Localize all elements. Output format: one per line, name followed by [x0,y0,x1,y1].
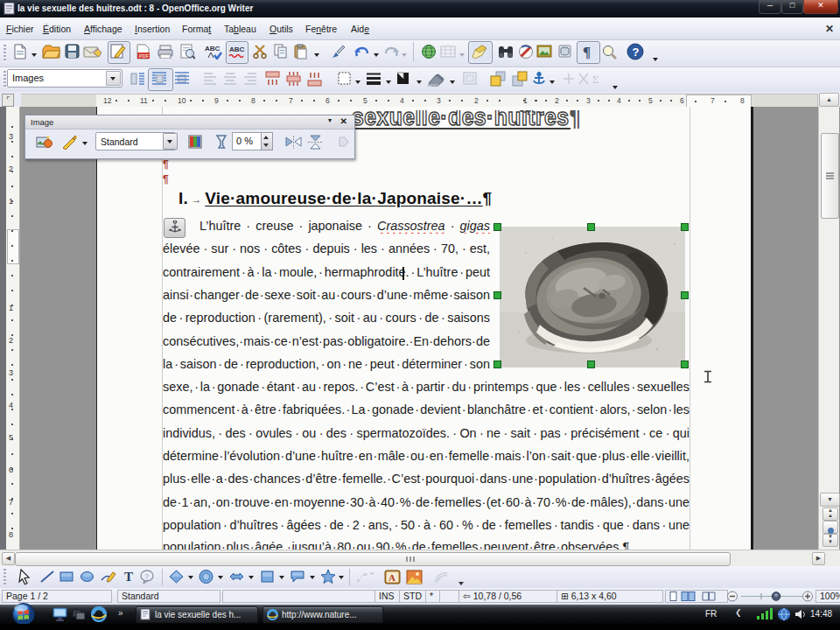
svg-text:?: ? [145,572,150,580]
svg-text:Σ: Σ [592,73,599,86]
svg-text:A: A [388,572,396,583]
svg-text:¶: ¶ [583,44,591,60]
svg-text:ABC: ABC [205,45,220,52]
svg-text:?: ? [633,46,640,59]
svg-text:PDF: PDF [139,53,150,59]
svg-text:T: T [124,570,133,584]
svg-text:ABC: ABC [229,46,245,53]
